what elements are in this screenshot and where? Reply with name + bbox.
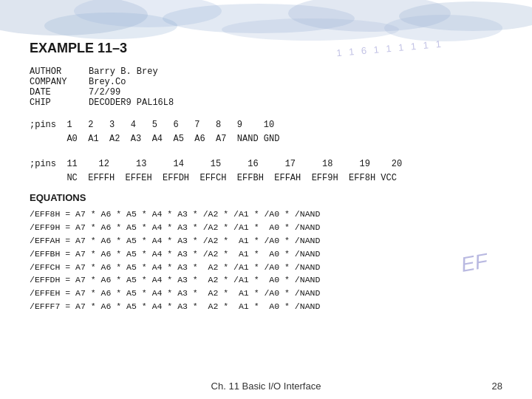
date-label: DATE — [30, 87, 89, 98]
equations-label: EQUATIONS — [30, 192, 502, 203]
company-value: Brey.Co — [89, 77, 502, 87]
author-label: AUTHOR — [30, 66, 89, 77]
equation-line-0: /EFF8H = A7 * A6 * A5 * A4 * A3 * /A2 * … — [30, 208, 502, 221]
pins-2-header: ;pins 11 12 13 14 15 16 17 18 19 20 — [30, 157, 502, 171]
equation-line-7: /EFFF7 = A7 * A6 * A5 * A4 * A3 * A2 * A… — [30, 300, 502, 313]
footer: Ch. 11 Basic I/O Interface 28 — [0, 381, 532, 392]
chip-label: CHIP — [30, 98, 89, 108]
pins-section-2: ;pins 11 12 13 14 15 16 17 18 19 20 NC E… — [30, 157, 502, 185]
bg-decoration — [0, 0, 532, 44]
svg-point-6 — [222, 18, 399, 41]
equations-block: /EFF8H = A7 * A6 * A5 * A4 * A3 * /A2 * … — [30, 208, 502, 313]
author-value: Barry B. Brey — [89, 66, 502, 77]
chip-value: DECODER9 PAL16L8 — [89, 98, 502, 108]
svg-point-7 — [384, 15, 502, 41]
footer-page-number: 28 — [492, 381, 502, 392]
pins-1-values: A0 A1 A2 A3 A4 A5 A6 A7 NAND GND — [30, 132, 502, 146]
pins-1-header: ;pins 1 2 3 4 5 6 7 8 9 10 — [30, 118, 502, 132]
footer-chapter: Ch. 11 Basic I/O Interface — [211, 381, 321, 392]
handwritten-ef: EF — [460, 249, 490, 277]
date-value: 7/2/99 — [89, 87, 502, 98]
equation-line-5: /EFFDH = A7 * A6 * A5 * A4 * A3 * A2 * /… — [30, 273, 502, 287]
company-label: COMPANY — [30, 77, 89, 87]
pins-2-values: NC EFFFH EFFEH EFFDH EFFCH EFFBH EFFAH E… — [30, 171, 502, 185]
svg-point-5 — [44, 13, 177, 39]
metadata-section: AUTHOR Barry B. Brey COMPANY Brey.Co DAT… — [30, 66, 502, 108]
equation-line-4: /EFFCH = A7 * A6 * A5 * A4 * A3 * A2 * /… — [30, 261, 502, 274]
equation-line-1: /EFF9H = A7 * A6 * A5 * A4 * A3 * /A2 * … — [30, 221, 502, 234]
slide-container: 1 1 6 1 1 1 1 1 1 EXAMPLE 11–3 AUTHOR Ba… — [0, 0, 532, 399]
equation-line-6: /EFFEH = A7 * A6 * A5 * A4 * A3 * A2 * A… — [30, 287, 502, 300]
pins-section-1: ;pins 1 2 3 4 5 6 7 8 9 10 A0 A1 A2 A3 A… — [30, 118, 502, 146]
slide-content: EXAMPLE 11–3 AUTHOR Barry B. Brey COMPAN… — [30, 41, 502, 369]
equation-line-3: /EFFBH = A7 * A6 * A5 * A4 * A3 * /A2 * … — [30, 248, 502, 261]
slide-title: EXAMPLE 11–3 — [30, 41, 502, 56]
equation-line-2: /EFFAH = A7 * A6 * A5 * A4 * A3 * /A2 * … — [30, 234, 502, 248]
